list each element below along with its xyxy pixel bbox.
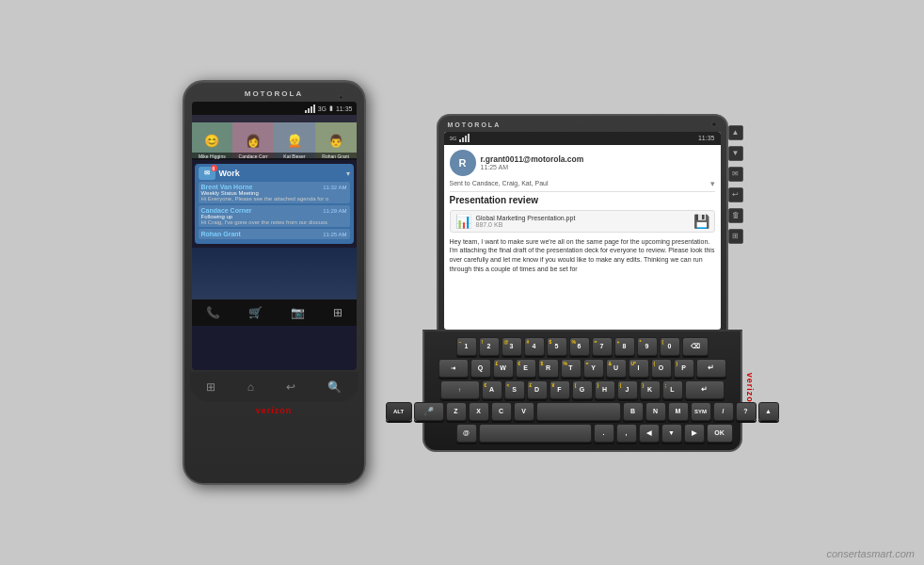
key-up[interactable]: ▲ [758, 402, 779, 421]
key-backspace[interactable]: ⌫ [682, 337, 709, 356]
sender-avatar: R [450, 150, 476, 176]
contact-candace[interactable]: 👩 Candace Corr [232, 115, 274, 160]
key-alt[interactable]: ALT [386, 402, 412, 421]
key-t[interactable]: %T [561, 359, 581, 378]
key-k[interactable]: }K [640, 380, 661, 399]
key-b[interactable]: B [623, 402, 644, 421]
contact-mike[interactable]: 😊 Mike Higgins [192, 115, 233, 160]
key-g[interactable]: {G [572, 380, 593, 399]
key-row-5: @ . , ◀ ▼ ▶ OK [432, 424, 733, 443]
key-p[interactable]: )P [674, 359, 694, 378]
key-mic[interactable]: 🎤 [414, 402, 444, 421]
key-6[interactable]: %6 [569, 337, 590, 356]
key-left[interactable]: ◀ [639, 424, 660, 443]
attach-name: Global Marketing Presentation.ppt [476, 215, 689, 221]
sent-to-row: Sent to Candace, Craig, Kat, Paul ▾ [450, 179, 715, 192]
hw-buttons: ⊞ ⌂ ↩ 🔍 [190, 372, 358, 402]
verizon-logo-closed: verizon [256, 406, 293, 415]
contact-kat[interactable]: 👱 Kat Bieser [274, 115, 315, 160]
key-8[interactable]: +8 [614, 337, 635, 356]
key-enter-2[interactable]: ↵ [685, 380, 725, 399]
work-header: 6 ✉ Work ▾ [199, 167, 350, 180]
status-icons-open: 3G [450, 134, 470, 142]
key-z[interactable]: Z [446, 402, 467, 421]
home-hw-btn[interactable]: ⌂ [247, 380, 254, 394]
key-u[interactable]: &U [606, 359, 627, 378]
camera-icon-dock[interactable]: 📷 [291, 306, 305, 319]
email-sender-row-3: Rohan Grant 11:25 AM [201, 231, 347, 237]
expand-recipients-icon[interactable]: ▾ [710, 179, 715, 188]
side-up-btn[interactable]: ▲ [728, 125, 743, 140]
key-sym[interactable]: SYM [691, 402, 711, 421]
key-x[interactable]: X [469, 402, 489, 421]
camera-closed [339, 95, 343, 100]
key-c[interactable]: C [491, 402, 512, 421]
key-5[interactable]: $5 [547, 337, 567, 356]
key-at[interactable]: @ [456, 424, 477, 443]
market-icon[interactable]: 🛒 [248, 306, 263, 319]
attachment-row[interactable]: 📊 Global Marketing Presentation.ppt 887.… [450, 210, 715, 233]
key-f[interactable]: ¥F [550, 380, 570, 399]
key-h[interactable]: }H [595, 380, 615, 399]
apps-hw-btn[interactable]: ⊞ [206, 380, 215, 394]
key-enter[interactable]: ↵ [696, 359, 726, 378]
work-dropdown-icon[interactable]: ▾ [346, 170, 350, 178]
email-sender-3: Rohan Grant [201, 231, 241, 237]
side-reply-btn[interactable]: ↩ [728, 187, 743, 202]
key-slash[interactable]: / [713, 402, 734, 421]
side-apps-btn[interactable]: ⊞ [728, 229, 743, 244]
contact-name-kat: Kat Bieser [274, 153, 315, 160]
key-9[interactable]: *9 [637, 337, 658, 356]
key-1[interactable]: ~1 [456, 337, 477, 356]
key-space[interactable] [536, 402, 621, 421]
key-caps[interactable]: ↑ [440, 380, 480, 399]
email-item-3[interactable]: Rohan Grant 11:25 AM [199, 229, 350, 239]
key-0[interactable]: (0 [660, 337, 680, 356]
key-v[interactable]: V [514, 402, 534, 421]
side-delete-btn[interactable]: 🗑 [728, 208, 743, 223]
status-bar-open: 3G 11:35 [444, 132, 721, 145]
key-i[interactable]: U*I [629, 359, 649, 378]
key-question[interactable]: ? [736, 402, 757, 421]
key-4[interactable]: #4 [524, 337, 545, 356]
key-l[interactable]: ;L [662, 380, 683, 399]
contact-rohan[interactable]: 👨 Rohan Grant [315, 115, 357, 160]
back-hw-btn[interactable]: ↩ [286, 380, 295, 394]
screen-closed: 3G ▮ 11:35 😊 Mike Higgins 👩 Candace Corr… [192, 102, 357, 370]
key-a[interactable]: €A [482, 380, 502, 399]
side-down-btn[interactable]: ▼ [728, 146, 743, 161]
key-period[interactable]: . [594, 424, 614, 443]
email-preview-2: Hi Craig, I've gone over the notes from … [201, 219, 347, 225]
key-w[interactable]: £W [493, 359, 514, 378]
email-item-2[interactable]: Candace Corner 11:29 AM Following up Hi … [199, 205, 350, 227]
key-ok[interactable]: OK [707, 424, 733, 443]
key-r[interactable]: $R [538, 359, 559, 378]
key-d[interactable]: £D [527, 380, 548, 399]
key-down[interactable]: ▼ [661, 424, 682, 443]
phone-icon[interactable]: 📞 [206, 306, 220, 319]
key-j[interactable]: {J [617, 380, 638, 399]
search-hw-btn[interactable]: 🔍 [327, 380, 342, 394]
key-space-2[interactable] [479, 424, 592, 443]
grid-icon[interactable]: ⊞ [333, 306, 343, 319]
key-y[interactable]: =Y [583, 359, 604, 378]
email-item-1[interactable]: Brent Van Horne 11:32 AM Weekly Status M… [199, 182, 350, 203]
key-comma[interactable]: , [616, 424, 637, 443]
key-tab[interactable]: ⇥ [438, 359, 469, 378]
key-q[interactable]: Q [470, 359, 491, 378]
side-email-btn[interactable]: ✉ [728, 167, 743, 182]
key-n[interactable]: N [645, 402, 666, 421]
save-attach-icon[interactable]: 💾 [693, 214, 709, 229]
key-7[interactable]: =7 [592, 337, 613, 356]
key-2[interactable]: !2 [479, 337, 500, 356]
bottom-dock-closed: 📞 🛒 📷 ⊞ [192, 299, 357, 326]
work-title: Work [219, 169, 346, 178]
key-right[interactable]: ▶ [684, 424, 705, 443]
attach-info: Global Marketing Presentation.ppt 887.0 … [476, 215, 689, 228]
key-o[interactable]: (O [651, 359, 672, 378]
key-e[interactable]: €E [516, 359, 536, 378]
key-m[interactable]: M [668, 402, 689, 421]
work-widget[interactable]: 6 ✉ Work ▾ Brent Van Horne 11:32 AM Week… [195, 164, 354, 244]
key-3[interactable]: @3 [502, 337, 522, 356]
key-s[interactable]: <S [504, 380, 525, 399]
